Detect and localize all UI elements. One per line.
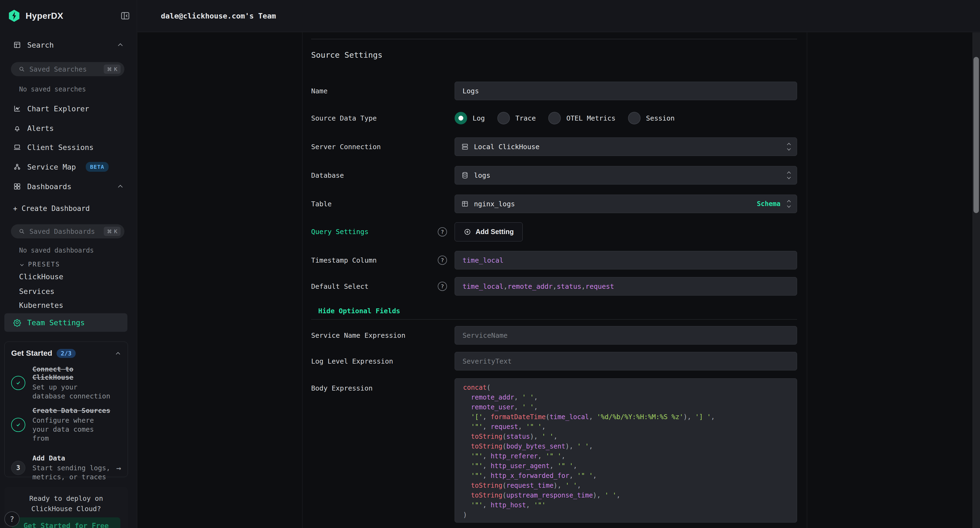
section-title: Source Settings bbox=[311, 50, 382, 60]
step-description: Configure where your data comes from bbox=[32, 416, 110, 443]
cloud-panel-text: Ready to deploy on ClickHouse Cloud? bbox=[12, 493, 121, 514]
help-button[interactable]: ? bbox=[4, 511, 20, 526]
command-icon bbox=[107, 67, 112, 72]
chevron-down-icon bbox=[20, 262, 24, 266]
topbar: dale@clickhouse.com's Team bbox=[137, 0, 980, 32]
default-select-label: Default Select bbox=[311, 283, 369, 290]
form-row-name: Name bbox=[311, 82, 797, 100]
table-value: nginx_logs bbox=[474, 200, 515, 208]
sidebar-item-label: Client Sessions bbox=[27, 143, 94, 152]
search-icon bbox=[19, 228, 25, 235]
collapse-sidebar-icon[interactable] bbox=[120, 11, 130, 21]
dashboards-grid-icon bbox=[13, 182, 21, 191]
radio-option-otel-metrics[interactable]: OTEL Metrics bbox=[548, 112, 616, 124]
form-row-default-select: Default Select ? time_local, remote_addr… bbox=[311, 277, 797, 296]
presets-section-toggle[interactable]: PRESETS bbox=[21, 261, 60, 268]
name-input[interactable] bbox=[455, 82, 797, 100]
add-setting-button[interactable]: Add Setting bbox=[455, 223, 523, 242]
hide-optional-fields-link[interactable]: Hide Optional Fields bbox=[318, 307, 400, 315]
schema-link[interactable]: Schema bbox=[757, 200, 780, 208]
get-started-free-button[interactable]: Get Started for Free bbox=[12, 517, 120, 528]
scrollbar-track[interactable] bbox=[972, 32, 980, 528]
logo-row: HyperDX bbox=[8, 9, 130, 22]
preset-item-kubernetes[interactable]: Kubernetes bbox=[19, 301, 64, 309]
sidebar-item-chart-explorer[interactable]: Chart Explorer bbox=[3, 100, 130, 117]
get-started-panel: Get Started 2/3 Connect to ClickHouse Se… bbox=[4, 342, 128, 477]
server-connection-select[interactable]: Local ClickHouse bbox=[455, 137, 797, 156]
clickhouse-cloud-panel: Ready to deploy on ClickHouse Cloud? Get… bbox=[4, 487, 128, 528]
step-title: Create Data Sources bbox=[32, 407, 110, 415]
kbd-shortcut: K bbox=[104, 65, 121, 74]
radio-unselected-icon bbox=[628, 112, 641, 124]
form-row-table: Table nginx_logs Schema bbox=[311, 195, 797, 213]
database-label: Database bbox=[311, 172, 344, 179]
step-description: Set up your database connection bbox=[32, 383, 110, 401]
sidebar: HyperDX Search Saved Searches bbox=[0, 0, 137, 528]
scrollbar-thumb[interactable] bbox=[974, 57, 979, 213]
sidebar-item-dashboards[interactable]: Dashboards bbox=[3, 178, 130, 195]
create-dashboard-button[interactable]: + Create Dashboard bbox=[3, 200, 130, 217]
hyperdx-logo-icon bbox=[8, 9, 20, 22]
body-expression-editor[interactable]: concat( remote_addr, ' ', remote_user, '… bbox=[455, 378, 797, 523]
form-row-database: Database logs bbox=[311, 166, 797, 184]
service-map-nodes-icon bbox=[13, 163, 21, 171]
preset-item-clickhouse[interactable]: ClickHouse bbox=[19, 272, 64, 281]
page-title: dale@clickhouse.com's Team bbox=[161, 12, 276, 20]
radio-option-trace[interactable]: Trace bbox=[497, 112, 536, 124]
radio-option-log[interactable]: Log bbox=[455, 112, 485, 124]
log-level-expression-input[interactable] bbox=[455, 352, 797, 371]
select-chevrons-icon bbox=[788, 200, 790, 208]
timestamp-column-label: Timestamp Column bbox=[311, 256, 377, 264]
step-add-data[interactable]: 3 Add Data Start sending logs, metrics, … bbox=[11, 454, 121, 482]
server-icon bbox=[461, 143, 469, 151]
table-icon bbox=[461, 200, 469, 208]
sidebar-item-label: Service Map bbox=[27, 163, 76, 171]
laptop-icon bbox=[13, 143, 21, 151]
sidebar-item-label: Dashboards bbox=[27, 182, 72, 191]
timestamp-column-input[interactable] bbox=[455, 251, 797, 269]
preset-item-services[interactable]: Services bbox=[19, 287, 54, 296]
sidebar-item-service-map[interactable]: Service Map BETA bbox=[3, 158, 130, 175]
query-settings-label: Query Settings bbox=[311, 228, 369, 236]
select-chevrons-icon bbox=[788, 172, 790, 179]
step-title: Connect to ClickHouse bbox=[32, 365, 110, 382]
saved-searches-placeholder: Saved Searches bbox=[29, 65, 87, 73]
optional-fields-divider bbox=[311, 319, 797, 320]
saved-searches-input[interactable]: Saved Searches K bbox=[11, 62, 124, 76]
sidebar-item-alerts[interactable]: Alerts bbox=[3, 119, 130, 137]
progress-badge: 2/3 bbox=[57, 349, 76, 358]
table-select[interactable]: nginx_logs Schema bbox=[455, 195, 797, 213]
chevron-up-icon bbox=[118, 185, 123, 189]
command-icon bbox=[107, 229, 112, 234]
form-row-service-name-expression: Service Name Expression bbox=[311, 326, 797, 345]
sidebar-item-label: Alerts bbox=[27, 124, 54, 132]
source-data-type-radio-group: Log Trace OTEL Metrics Session bbox=[455, 112, 675, 124]
get-started-header[interactable]: Get Started 2/3 bbox=[11, 348, 121, 358]
chart-icon bbox=[13, 105, 21, 113]
help-icon[interactable]: ? bbox=[438, 256, 447, 265]
log-level-expression-label: Log Level Expression bbox=[311, 357, 393, 365]
help-icon[interactable]: ? bbox=[438, 227, 447, 237]
saved-dashboards-input[interactable]: Saved Dashboards K bbox=[11, 224, 124, 239]
get-started-steps: Connect to ClickHouse Set up your databa… bbox=[11, 365, 121, 482]
step-number-badge: 3 bbox=[11, 461, 25, 475]
sidebar-item-team-settings[interactable]: Team Settings bbox=[4, 313, 127, 332]
sidebar-item-label: Chart Explorer bbox=[27, 105, 89, 113]
service-name-expression-input[interactable] bbox=[455, 326, 797, 345]
default-select-input[interactable]: time_local, remote_addr, status, request bbox=[455, 277, 797, 296]
presets-label: PRESETS bbox=[28, 261, 60, 268]
service-name-expression-label: Service Name Expression bbox=[311, 331, 405, 339]
form-row-log-level-expression: Log Level Expression bbox=[311, 352, 797, 371]
help-icon[interactable]: ? bbox=[438, 282, 447, 291]
create-dashboard-label: + Create Dashboard bbox=[13, 204, 90, 213]
kbd-shortcut: K bbox=[104, 227, 121, 236]
step-connect-to-clickhouse[interactable]: Connect to ClickHouse Set up your databa… bbox=[11, 365, 121, 401]
form-row-server-connection: Server Connection Local ClickHouse bbox=[311, 137, 797, 156]
sidebar-item-client-sessions[interactable]: Client Sessions bbox=[3, 138, 130, 156]
sidebar-section-search[interactable]: Search bbox=[3, 36, 130, 54]
step-create-data-sources[interactable]: Create Data Sources Configure where your… bbox=[11, 407, 121, 443]
radio-option-session[interactable]: Session bbox=[628, 112, 675, 124]
get-started-title: Get Started bbox=[11, 349, 52, 358]
database-select[interactable]: logs bbox=[455, 166, 797, 184]
kbd-key: K bbox=[114, 66, 117, 72]
